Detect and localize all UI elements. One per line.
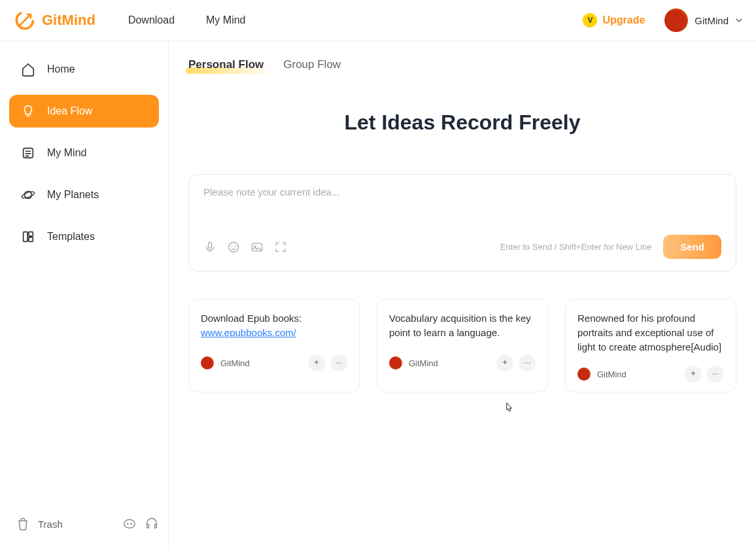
svg-rect-6 [29,237,33,241]
sidebar-item-label: My Mind [47,147,86,159]
brand-logo[interactable]: GitMind [13,9,95,32]
upgrade-badge-icon: V [583,13,597,27]
card-user: GitMind [597,369,627,379]
svg-rect-5 [29,232,33,236]
svg-point-18 [341,362,342,364]
card-avatar [577,368,591,381]
sidebar-trash[interactable]: Trash [16,517,114,531]
discord-icon[interactable] [122,517,137,531]
user-menu[interactable]: GitMind [664,9,743,32]
image-icon[interactable] [250,241,264,254]
trash-icon [16,517,30,531]
sidebar: Home Idea Flow My Mind My Planets Templa… [0,41,169,548]
svg-point-21 [529,362,530,364]
hero-title: Let Ideas Record Freely [188,111,736,135]
svg-point-12 [232,245,233,247]
sidebar-item-templates[interactable]: Templates [9,220,159,253]
svg-point-19 [524,362,526,364]
svg-point-17 [338,362,339,364]
nav-download[interactable]: Download [128,14,175,26]
mic-icon[interactable] [203,241,216,254]
upgrade-label: Upgrade [602,14,645,26]
sidebar-item-label: Home [47,63,75,75]
svg-rect-10 [209,242,212,248]
idea-icon [21,104,35,118]
tab-group-flow[interactable]: Group Flow [283,58,341,71]
svg-point-22 [713,373,714,375]
sidebar-item-label: Templates [47,231,95,243]
brand-mark-icon [13,9,37,32]
planet-icon [21,188,35,202]
svg-point-13 [235,245,236,247]
sidebar-item-label: My Planets [47,189,99,201]
trash-label: Trash [38,519,63,530]
card-more-button[interactable] [707,366,724,383]
idea-card[interactable]: Renowned for his profound portraits and … [565,299,736,392]
card-avatar [389,356,402,369]
sidebar-item-home[interactable]: Home [9,53,159,86]
idea-composer: Enter to Send / Shift+Enter for New Line… [188,174,736,271]
card-sparkle-button[interactable] [496,354,513,371]
svg-point-7 [124,520,135,528]
avatar [664,9,688,32]
user-name: GitMind [695,15,729,26]
svg-point-11 [229,242,239,252]
card-sparkle-button[interactable] [308,354,325,371]
flow-tabs: Personal Flow Group Flow [188,58,736,71]
svg-point-8 [127,523,129,525]
sidebar-item-my-mind[interactable]: My Mind [9,137,159,169]
idea-card[interactable]: Download Epub books: www.epubbooks.com/ … [188,299,360,392]
send-button[interactable]: Send [663,235,721,259]
svg-rect-4 [24,232,27,242]
tab-personal-flow[interactable]: Personal Flow [188,58,264,71]
card-user: GitMind [220,358,250,368]
svg-point-23 [715,373,716,375]
home-icon [21,62,35,77]
svg-point-24 [717,373,719,375]
svg-point-16 [336,362,337,364]
card-more-button[interactable] [519,354,536,371]
card-text: Renowned for his profound portraits and … [577,311,724,354]
idea-card[interactable]: Vocabulary acquisition is the key point … [377,299,548,392]
support-icon[interactable] [145,517,159,531]
card-sparkle-button[interactable] [685,366,702,383]
app-header: GitMind Download My Mind V Upgrade GitMi… [0,0,756,41]
svg-point-9 [130,523,132,525]
nav-my-mind[interactable]: My Mind [206,14,245,26]
card-text: Vocabulary acquisition is the key point … [389,311,536,343]
upgrade-button[interactable]: V Upgrade [583,13,645,27]
templates-icon [21,230,35,244]
card-user: GitMind [409,358,438,368]
idea-input[interactable] [203,186,721,232]
main-content: Personal Flow Group Flow Let Ideas Recor… [169,41,756,548]
card-avatar [201,356,214,369]
svg-point-20 [526,362,528,364]
card-text: Download Epub books: www.epubbooks.com/ [201,311,347,343]
sidebar-item-label: Idea Flow [47,105,92,117]
composer-hint: Enter to Send / Shift+Enter for New Line [500,242,652,252]
idea-cards: Download Epub books: www.epubbooks.com/ … [188,299,736,392]
brand-name: GitMind [42,12,95,29]
chevron-down-icon [735,16,743,24]
sidebar-item-my-planets[interactable]: My Planets [9,179,159,211]
emoji-icon[interactable] [227,241,240,254]
fullscreen-icon[interactable] [274,241,287,254]
mind-icon [21,146,35,160]
card-link[interactable]: www.epubbooks.com/ [201,327,296,338]
sidebar-item-idea-flow[interactable]: Idea Flow [9,95,159,128]
card-more-button[interactable] [330,354,347,371]
